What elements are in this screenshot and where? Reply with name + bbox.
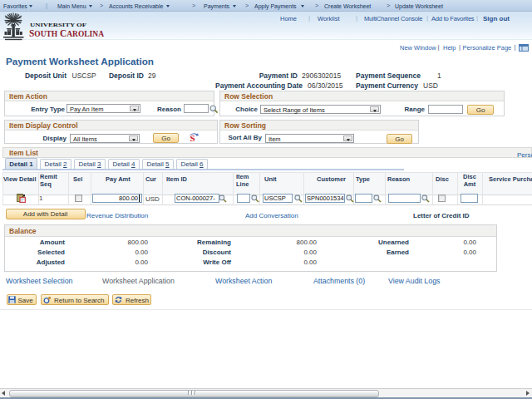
svg-text:SOUTH CAROLINA: SOUTH CAROLINA bbox=[29, 27, 105, 39]
